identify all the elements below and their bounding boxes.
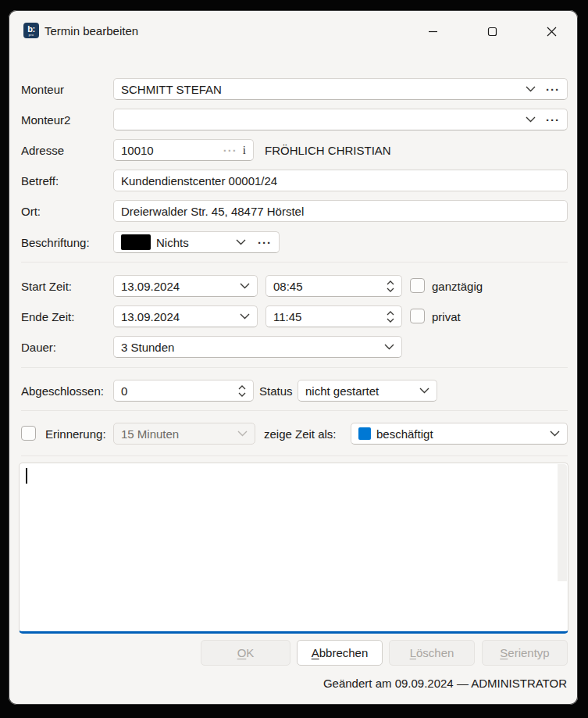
chevron-down-icon[interactable] (526, 116, 536, 123)
minimize-button[interactable] (423, 22, 442, 41)
chevron-down-icon[interactable] (240, 313, 250, 320)
beschriftung-ellipsis-icon[interactable]: ··· (258, 236, 272, 249)
ende-zeit-label: Ende Zeit: (21, 310, 74, 323)
busy-color-swatch (358, 427, 371, 440)
spinner-arrows-icon[interactable] (238, 385, 246, 397)
info-icon[interactable]: i (243, 144, 246, 157)
monteur2-label: Monteur2 (21, 113, 70, 127)
start-date-value: 13.09.2024 (121, 280, 180, 293)
dauer-label: Dauer: (21, 341, 56, 354)
privat-checkbox[interactable] (410, 309, 425, 323)
ort-value: Dreierwalder Str. 45, 48477 Hörstel (121, 205, 304, 218)
section-divider (21, 262, 568, 263)
row-ende-zeit: Ende Zeit: 13.09.2024 11:45 privat (21, 305, 568, 327)
ende-time-spinner[interactable]: 11:45 (265, 305, 402, 327)
adresse-input[interactable]: 10010 ··· i (113, 139, 254, 161)
app-logo-icon: b: pro (23, 23, 39, 38)
start-time-spinner[interactable]: 08:45 (265, 275, 402, 297)
ort-label: Ort: (21, 205, 41, 218)
ende-date-value: 13.09.2024 (121, 310, 180, 323)
ganztaegig-checkbox[interactable] (410, 278, 425, 293)
start-date-combobox[interactable]: 13.09.2024 (113, 275, 258, 297)
monteur2-combobox[interactable]: ··· (113, 109, 568, 130)
dialog-termin-bearbeiten: b: pro Termin bearbeiten Monteur SCHMITT… (9, 10, 578, 705)
adresse-linked-name: FRÖHLICH CHRISTIAN (265, 144, 391, 157)
chevron-down-icon[interactable] (236, 239, 246, 245)
ganztaegig-label: ganztägig (432, 280, 483, 293)
text-cursor (26, 468, 27, 484)
ende-date-combobox[interactable]: 13.09.2024 (113, 305, 258, 327)
close-icon (547, 27, 557, 37)
modified-status-text: Geändert am 09.09.2024 — ADMINISTRATOR (323, 677, 567, 690)
privat-label: privat (432, 310, 461, 323)
zeige-zeit-als-label: zeige Zeit als: (264, 427, 337, 441)
zeige-zeit-als-value: beschäftigt (376, 427, 433, 441)
abbrechen-button[interactable]: Abbrechen (297, 640, 383, 666)
maximize-button[interactable] (483, 22, 501, 41)
erinnerung-checkbox[interactable] (21, 426, 36, 441)
abgeschlossen-value: 0 (121, 384, 127, 398)
chevron-down-icon[interactable] (419, 388, 429, 394)
spinner-arrows-icon[interactable] (387, 280, 394, 292)
monteur-value: SCHMITT STEFAN (121, 83, 222, 96)
status-label: Status (259, 384, 293, 398)
notes-textarea[interactable] (19, 463, 568, 634)
abgeschlossen-spinner[interactable]: 0 (113, 380, 254, 402)
abbrechen-button-label: A (312, 646, 319, 659)
ende-time-value: 11:45 (273, 310, 301, 323)
status-value: nicht gestartet (305, 384, 379, 398)
status-combobox[interactable]: nicht gestartet (298, 380, 437, 402)
section-divider (21, 410, 568, 411)
app-logo-text: b: (27, 25, 34, 34)
dauer-value: 3 Stunden (121, 341, 174, 354)
adresse-value: 10010 (121, 144, 154, 157)
chevron-down-icon[interactable] (526, 86, 536, 92)
monteur2-ellipsis-icon[interactable]: ··· (546, 113, 560, 127)
window-title: Termin bearbeiten (45, 24, 138, 38)
ok-button[interactable]: OK (201, 640, 290, 666)
abgeschlossen-label: Abgeschlossen: (21, 384, 104, 398)
scrollbar-track[interactable] (558, 464, 567, 581)
app-logo-subtext: pro (29, 34, 34, 37)
monteur-ellipsis-icon[interactable]: ··· (546, 83, 560, 96)
beschriftung-value: Nichts (156, 236, 189, 249)
erinnerung-label: Erinnerung: (45, 427, 106, 441)
titlebar: b: pro Termin bearbeiten (9, 10, 578, 54)
chevron-down-icon[interactable] (384, 344, 394, 350)
close-button[interactable] (542, 22, 561, 41)
row-monteur: Monteur SCHMITT STEFAN ··· (21, 78, 568, 100)
row-adresse: Adresse 10010 ··· i FRÖHLICH CHRISTIAN (21, 139, 568, 161)
label-color-swatch (121, 234, 151, 250)
monteur-combobox[interactable]: SCHMITT STEFAN ··· (113, 78, 568, 100)
serientyp-button[interactable]: Serientyp (482, 640, 568, 666)
row-beschriftung: Beschriftung: Nichts ··· (21, 231, 568, 253)
ok-button-label: O (237, 646, 247, 659)
erinnerung-combobox: 15 Minuten (113, 423, 255, 445)
ort-input[interactable]: Dreierwalder Str. 45, 48477 Hörstel (113, 200, 568, 222)
maximize-icon (487, 27, 497, 37)
chevron-down-icon[interactable] (240, 283, 250, 289)
adresse-label: Adresse (21, 144, 64, 157)
start-time-value: 08:45 (273, 280, 303, 293)
serientyp-button-label: S (500, 646, 508, 659)
adresse-ellipsis-icon[interactable]: ··· (223, 144, 237, 157)
row-dauer: Dauer: 3 Stunden (21, 336, 568, 358)
loeschen-button[interactable]: Löschen (389, 640, 475, 666)
row-ort: Ort: Dreierwalder Str. 45, 48477 Hörstel (21, 200, 568, 222)
dauer-combobox[interactable]: 3 Stunden (113, 336, 402, 358)
start-zeit-label: Start Zeit: (21, 280, 72, 293)
erinnerung-value: 15 Minuten (121, 427, 179, 441)
beschriftung-label: Beschriftung: (21, 236, 90, 249)
spinner-arrows-icon[interactable] (387, 311, 394, 323)
row-betreff: Betreff: Kundendienstcenter 00001/24 (21, 170, 568, 191)
section-divider (21, 367, 568, 368)
beschriftung-combobox[interactable]: Nichts ··· (113, 231, 280, 253)
row-monteur2: Monteur2 ··· (21, 109, 568, 130)
chevron-down-icon[interactable] (550, 430, 560, 437)
zeige-zeit-als-combobox[interactable]: beschäftigt (351, 423, 568, 445)
minimize-icon (428, 27, 438, 37)
betreff-input[interactable]: Kundendienstcenter 00001/24 (113, 170, 568, 191)
monteur-label: Monteur (21, 83, 64, 96)
section-divider (21, 455, 568, 456)
loeschen-button-label: L (410, 646, 416, 659)
